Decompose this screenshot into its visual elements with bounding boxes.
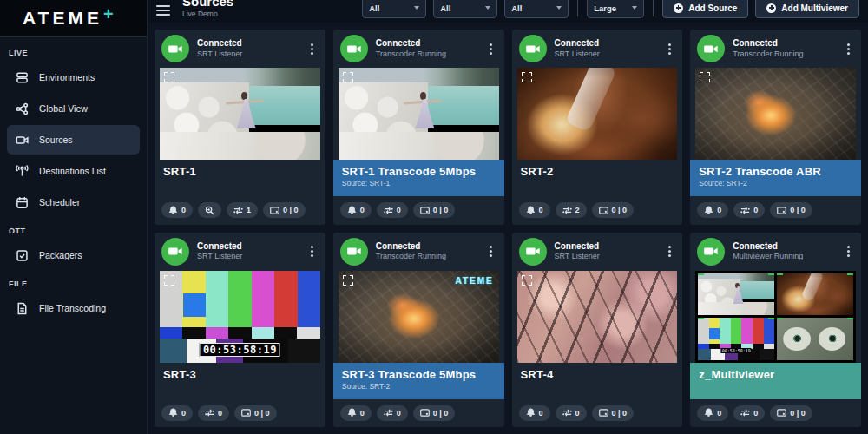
alarms-count: 0 [181, 206, 186, 214]
card-menu-icon[interactable] [485, 242, 497, 260]
links-badge[interactable]: 1 [227, 202, 258, 218]
connected-status-icon [340, 35, 368, 62]
recorder-badge[interactable]: 0 | 0 [234, 405, 277, 421]
sidebar-item-label: Global View [39, 103, 88, 114]
sidebar-item-file-transcoding[interactable]: File Transcoding [7, 293, 140, 323]
links-badge[interactable]: 2 [556, 202, 587, 218]
expand-icon[interactable] [343, 72, 353, 82]
alarms-badge[interactable]: 0 [161, 202, 193, 218]
sidebar-item-scheduler[interactable]: Scheduler [7, 187, 140, 217]
add-multiviewer-button[interactable]: Add Multiviewer [755, 0, 859, 18]
card-badges: 0 0 0 | 0 [333, 196, 504, 224]
links-badge[interactable]: 0 [198, 405, 229, 421]
alarms-badge[interactable]: 0 [519, 202, 550, 218]
card-header: Connected SRT Listener [155, 233, 326, 271]
card-menu-icon[interactable] [842, 242, 854, 260]
add-source-button[interactable]: Add Source [662, 0, 748, 18]
recorder-badge[interactable]: 0 | 0 [592, 202, 635, 218]
alarms-count: 0 [717, 409, 721, 418]
video-thumbnail-fire-scene[interactable]: ATEME [339, 271, 499, 363]
card-menu-icon[interactable] [842, 40, 854, 58]
sources-grid: Connected SRT Listener SRT-1 0 [148, 23, 868, 434]
links-badge[interactable]: 0 [377, 405, 408, 421]
video-thumbnail-fire-scene[interactable] [695, 68, 856, 160]
card-badges: 0 0 0 | 0 [333, 399, 504, 427]
video-thumbnail-blossom-scene[interactable] [517, 271, 678, 363]
size-dropdown[interactable]: Large [587, 0, 644, 18]
sidebar-item-label: File Transcoding [39, 303, 106, 313]
expand-icon[interactable] [700, 72, 710, 82]
video-thumbnail-pamukkale[interactable] [339, 68, 499, 160]
thumbnail-art [517, 68, 678, 160]
zoom-badge[interactable] [198, 202, 221, 218]
ateme-logo[interactable]: ATEME+ [0, 0, 147, 36]
expand-icon[interactable] [164, 275, 174, 286]
sidebar-item-global-view[interactable]: Global View [7, 94, 140, 123]
alarms-badge[interactable]: 0 [340, 202, 372, 218]
card-menu-icon[interactable] [306, 40, 319, 58]
alarms-badge[interactable]: 0 [161, 405, 193, 421]
card-menu-icon[interactable] [485, 40, 497, 58]
card-header: Connected Transcoder Running [333, 233, 504, 271]
links-badge[interactable]: 0 [377, 202, 408, 218]
status-text: Connected Transcoder Running [376, 38, 477, 59]
monitor-icon [270, 206, 279, 215]
card-title-bar: SRT-4 [512, 363, 683, 399]
timecode-overlay: 00:53:58:19 [200, 343, 280, 357]
alarms-badge[interactable]: 0 [697, 405, 728, 421]
chevron-down-icon [556, 6, 562, 10]
card-source: Source: SRT-2 [342, 382, 496, 391]
recorder-badge[interactable]: 0 | 0 [770, 202, 812, 218]
sidebar: ATEME+ LIVE Environments Global View Sou… [0, 0, 148, 434]
links-count: 2 [575, 206, 580, 214]
ateme-dashboard: ATEME+ LIVE Environments Global View Sou… [0, 0, 868, 434]
video-thumbnail-amber-scene[interactable] [517, 68, 678, 160]
filter-dropdown-1[interactable]: All [362, 0, 426, 18]
card-menu-icon[interactable] [663, 242, 675, 260]
sidebar-item-destinations-list[interactable]: Destinations List [7, 156, 140, 186]
expand-icon[interactable] [522, 72, 532, 82]
filter-dropdown-2[interactable]: All [433, 0, 497, 18]
main-area: Sources Live Demo All All All Lar [148, 0, 868, 434]
alarms-badge[interactable]: 0 [697, 202, 728, 218]
transfer-arrows-icon [384, 408, 393, 418]
connected-status-icon [161, 238, 189, 266]
video-thumbnail-multiviewer[interactable]: 00:53:58:19 [695, 271, 856, 363]
plus-circle-icon [766, 3, 776, 13]
bell-icon [168, 206, 178, 215]
links-badge[interactable]: 0 [733, 202, 765, 218]
expand-icon[interactable] [164, 72, 174, 82]
links-badge[interactable]: 0 [556, 405, 587, 421]
sidebar-item-environments[interactable]: Environments [7, 62, 140, 92]
expand-icon[interactable] [343, 275, 353, 286]
alarms-badge[interactable]: 0 [340, 405, 372, 421]
recorder-badge[interactable]: 0 | 0 [413, 202, 456, 218]
recorder-badge[interactable]: 0 | 0 [770, 405, 812, 421]
status-text: Connected SRT Listener [555, 38, 656, 59]
links-badge[interactable]: 0 [733, 405, 765, 421]
bell-icon [526, 206, 536, 215]
hamburger-menu-icon[interactable] [156, 3, 170, 18]
recorder-badge[interactable]: 0 | 0 [413, 405, 456, 421]
alarms-badge[interactable]: 0 [519, 405, 550, 421]
multiviewer-cell-eyes [777, 318, 853, 360]
bell-icon [347, 408, 357, 418]
card-menu-icon[interactable] [306, 242, 319, 260]
card-menu-icon[interactable] [663, 40, 675, 58]
recorder-badge[interactable]: 0 | 0 [592, 405, 635, 421]
video-thumbnail-smpte-bars[interactable]: 00:53:58:19 [160, 271, 320, 363]
sidebar-item-sources[interactable]: Sources [7, 125, 140, 155]
monitor-icon [599, 206, 608, 215]
card-title-bar: SRT-3 [155, 363, 326, 399]
alarms-count: 0 [360, 409, 365, 418]
card-title: SRT-2 Transcode ABR [699, 165, 852, 178]
filter-dropdown-3[interactable]: All [504, 0, 569, 18]
recorder-badge[interactable]: 0 | 0 [263, 202, 306, 218]
bell-icon [168, 408, 178, 418]
section-label-live: LIVE [0, 41, 147, 61]
calendar-icon [16, 196, 29, 209]
source-card-srt-1: Connected SRT Listener SRT-1 0 [155, 30, 326, 225]
sidebar-item-packagers[interactable]: Packagers [7, 240, 140, 270]
video-thumbnail-pamukkale[interactable] [160, 68, 320, 160]
expand-icon[interactable] [522, 275, 532, 286]
